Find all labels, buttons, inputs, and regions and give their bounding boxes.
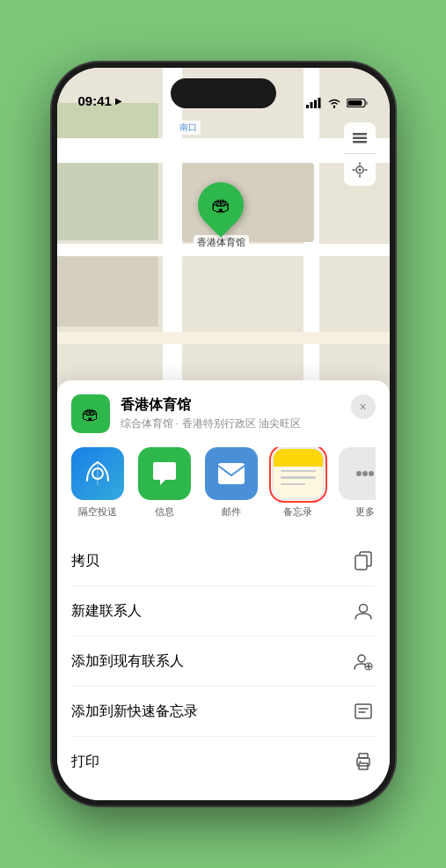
more-label: 更多 (355, 505, 375, 519)
app-item-messages[interactable]: 信息 (138, 447, 191, 519)
venue-name: 香港体育馆 (121, 396, 376, 415)
map-layers-button[interactable] (344, 122, 376, 154)
map-stadium-area (57, 163, 158, 240)
action-add-existing[interactable]: 添加到现有联系人 (71, 636, 376, 687)
action-add-existing-label: 添加到现有联系人 (71, 652, 184, 671)
svg-rect-5 (365, 101, 368, 105)
svg-rect-22 (355, 704, 371, 718)
svg-point-14 (356, 471, 362, 476)
notes-icon (272, 447, 325, 500)
action-print[interactable]: 打印 (71, 737, 376, 786)
venue-subtitle: 综合体育馆 · 香港特别行政区 油尖旺区 (121, 416, 376, 431)
messages-icon (138, 447, 191, 500)
stadium-marker[interactable]: 🏟 香港体育馆 (194, 182, 249, 250)
svg-point-16 (369, 471, 374, 476)
location-icon: ▶ (115, 96, 122, 106)
action-copy[interactable]: 拷贝 (71, 536, 376, 586)
svg-rect-18 (355, 555, 367, 570)
svg-rect-13 (218, 463, 245, 484)
action-new-contact-label: 新建联系人 (71, 602, 142, 621)
map-location-button[interactable] (344, 154, 376, 186)
svg-point-15 (362, 471, 368, 476)
svg-rect-9 (353, 141, 367, 143)
map-road-h (57, 138, 390, 163)
airdrop-icon (71, 447, 124, 500)
app-item-more[interactable]: 更多 (339, 447, 376, 519)
new-contact-icon (351, 599, 376, 623)
svg-rect-6 (347, 100, 362, 106)
svg-rect-2 (314, 100, 317, 109)
battery-icon (347, 98, 369, 108)
action-copy-label: 拷贝 (71, 552, 99, 570)
map-road-h3 (57, 332, 390, 344)
signal-icon (306, 98, 322, 108)
sheet-title-area: 香港体育馆 综合体育馆 · 香港特别行政区 油尖旺区 (121, 396, 376, 431)
app-item-airdrop[interactable]: 隔空投送 (71, 447, 124, 519)
phone-screen: 09:41 ▶ (57, 68, 390, 800)
svg-point-11 (358, 169, 361, 172)
action-quick-note[interactable]: 添加到新快速备忘录 (71, 687, 376, 737)
svg-point-26 (359, 761, 361, 762)
quick-note-icon (351, 699, 376, 724)
svg-point-19 (359, 605, 367, 613)
phone-frame: 09:41 ▶ (52, 63, 395, 805)
bottom-sheet: 🏟 香港体育馆 综合体育馆 · 香港特别行政区 油尖旺区 × (57, 380, 390, 800)
app-item-notes[interactable]: 备忘录 (272, 447, 325, 519)
map-label-south: 南口 (176, 121, 201, 135)
stadium-pin: 🏟 (188, 173, 253, 238)
action-print-label: 打印 (71, 753, 99, 771)
dynamic-island (171, 78, 276, 108)
svg-rect-8 (353, 136, 367, 139)
svg-rect-24 (359, 754, 368, 758)
app-share-row: 隔空投送 信息 (71, 447, 376, 519)
status-time: 09:41 (78, 93, 112, 108)
mail-icon (205, 447, 258, 500)
status-icons (306, 98, 369, 108)
add-existing-icon (351, 649, 376, 673)
map-controls (344, 122, 376, 186)
sheet-header: 🏟 香港体育馆 综合体育馆 · 香港特别行政区 油尖旺区 × (71, 394, 376, 433)
action-list: 拷贝 新建联系人 (71, 536, 376, 786)
wifi-icon (327, 98, 341, 108)
copy-icon (351, 548, 376, 573)
svg-point-20 (358, 655, 365, 662)
svg-rect-1 (310, 102, 312, 108)
print-icon (351, 749, 376, 774)
app-item-mail[interactable]: 邮件 (205, 447, 258, 519)
venue-icon: 🏟 (71, 394, 110, 433)
action-quick-note-label: 添加到新快速备忘录 (71, 702, 198, 721)
more-icon (339, 447, 376, 500)
stadium-pin-icon: 🏟 (211, 194, 230, 217)
map-block3 (57, 256, 158, 327)
action-new-contact[interactable]: 新建联系人 (71, 586, 376, 636)
svg-rect-3 (318, 98, 320, 108)
airdrop-label: 隔空投送 (78, 505, 117, 519)
sheet-close-button[interactable]: × (351, 394, 376, 419)
svg-rect-0 (306, 105, 309, 108)
messages-label: 信息 (155, 505, 174, 519)
mail-label: 邮件 (222, 505, 241, 519)
notes-label: 备忘录 (283, 505, 312, 519)
svg-rect-7 (353, 133, 367, 136)
